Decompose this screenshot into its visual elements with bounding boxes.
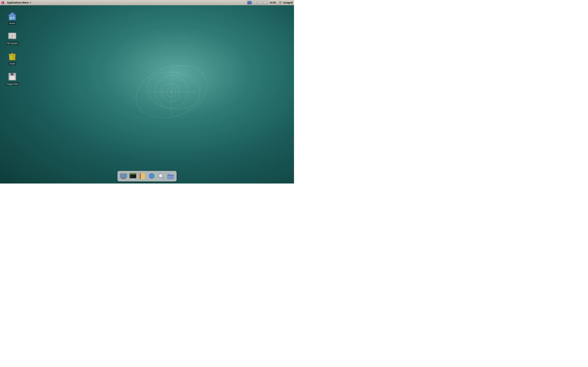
svg-point-3 (161, 83, 180, 102)
svg-point-7 (171, 91, 172, 92)
svg-rect-32 (11, 53, 13, 54)
svg-point-25 (9, 38, 10, 39)
svg-rect-18 (13, 17, 14, 18)
desktop-icon-filesystem[interactable]: File System (4, 30, 20, 46)
svg-rect-36 (9, 55, 11, 58)
taskbar-terminal-button[interactable]: $_ (129, 172, 137, 180)
taskbar-show-desktop-button[interactable] (119, 172, 128, 180)
svg-rect-48 (122, 178, 125, 179)
svg-rect-41 (11, 73, 13, 75)
taskbar-filemanager-button[interactable] (166, 172, 175, 180)
workspace-1-button[interactable] (247, 1, 252, 4)
svg-marker-16 (8, 12, 16, 16)
taskbar: $_ (117, 171, 177, 182)
taskbar-browser-button[interactable] (147, 172, 156, 180)
svg-rect-73 (167, 176, 173, 179)
trash-icon-label: Trash (9, 62, 16, 65)
home-icon (7, 11, 17, 21)
svg-point-67 (159, 174, 162, 177)
trash-icon (7, 51, 17, 61)
distro-logo-icon (1, 1, 4, 4)
svg-text:$_: $_ (130, 175, 132, 177)
floppy-icon (7, 72, 17, 82)
svg-rect-46 (120, 174, 127, 178)
svg-line-11 (280, 1, 282, 4)
svg-line-9 (279, 1, 280, 4)
apps-menu-arrow-icon: ▾ (30, 1, 31, 4)
svg-rect-12 (9, 15, 16, 20)
svg-point-61 (150, 173, 153, 179)
top-panel: Applications Menu ▾ 14:03 luxagraf (0, 0, 294, 5)
desktop-wallpaper-decoration (131, 51, 212, 133)
svg-point-65 (151, 175, 152, 176)
floppy-icon-label: Floppy Disk (6, 82, 19, 86)
filesystem-icon (7, 31, 17, 41)
svg-rect-19 (14, 13, 15, 15)
svg-point-24 (12, 35, 13, 36)
svg-rect-49 (121, 179, 126, 179)
svg-rect-54 (140, 173, 145, 179)
home-icon-label: Home (8, 22, 16, 25)
clock-display: 14:03 (268, 1, 277, 4)
svg-point-27 (12, 38, 12, 39)
network-icon[interactable] (278, 1, 282, 4)
workspace-2-button[interactable] (252, 1, 257, 4)
svg-rect-17 (11, 17, 12, 19)
panel-left: Applications Menu ▾ (0, 1, 33, 4)
desktop-icon-home[interactable]: Home (4, 10, 20, 26)
workspace-3-button[interactable] (258, 1, 262, 4)
apps-menu-button[interactable]: Applications Menu ▾ (5, 1, 33, 4)
username-label: luxagraf (283, 1, 293, 4)
filesystem-icon-label: File System (6, 42, 19, 45)
svg-rect-39 (9, 76, 15, 80)
svg-point-66 (159, 174, 163, 178)
taskbar-notes-button[interactable] (138, 172, 147, 180)
workspace-4-button[interactable] (263, 1, 268, 4)
svg-point-26 (11, 38, 11, 39)
taskbar-search-button[interactable] (157, 172, 165, 180)
desktop-icon-floppy[interactable]: Floppy Disk (4, 71, 20, 86)
svg-rect-55 (140, 173, 141, 179)
svg-line-68 (162, 177, 164, 179)
panel-right: 14:03 luxagraf (247, 1, 294, 4)
desktop: Applications Menu ▾ 14:03 luxagraf (0, 0, 294, 184)
svg-point-60 (149, 173, 154, 179)
svg-rect-51 (130, 173, 136, 175)
svg-rect-47 (121, 174, 126, 177)
desktop-icon-trash[interactable]: Trash (4, 50, 20, 66)
svg-point-1 (144, 68, 203, 113)
svg-rect-50 (130, 173, 136, 178)
svg-rect-72 (167, 175, 173, 179)
svg-rect-45 (9, 79, 9, 80)
svg-rect-42 (11, 75, 13, 75)
